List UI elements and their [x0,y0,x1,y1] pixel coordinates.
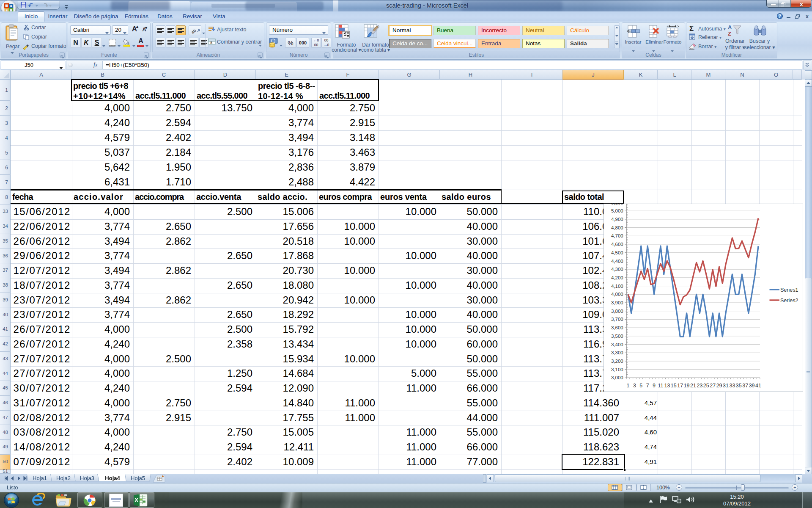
svg-text:ab: ab [190,28,197,35]
svg-text:11: 11 [658,383,664,389]
svg-text:A: A [728,24,732,30]
svg-text:Z: Z [728,30,731,37]
svg-text:3,800: 3,800 [611,308,623,313]
svg-text:X: X [134,497,139,503]
svg-text:3,700: 3,700 [611,317,623,322]
svg-text:1: 1 [627,383,630,389]
svg-text:5,100: 5,100 [611,204,623,205]
svg-text:37: 37 [743,383,749,389]
svg-text:9: 9 [653,383,656,389]
svg-text:4,400: 4,400 [611,258,623,263]
svg-text:19: 19 [684,383,690,389]
svg-text:17: 17 [678,383,683,389]
svg-text:4,800: 4,800 [611,225,623,230]
svg-text:3,900: 3,900 [611,300,623,305]
svg-text:3,500: 3,500 [611,333,623,338]
svg-text:3: 3 [633,383,636,389]
svg-text:7: 7 [646,383,649,389]
svg-text:35: 35 [736,383,742,389]
svg-text:4,200: 4,200 [611,275,623,280]
svg-text:4,700: 4,700 [611,233,623,238]
svg-text:3,200: 3,200 [611,359,623,364]
svg-text:4,900: 4,900 [611,216,623,221]
svg-text:27: 27 [710,383,716,389]
svg-text:3,300: 3,300 [611,350,623,355]
svg-text:4,600: 4,600 [611,242,623,247]
svg-text:21: 21 [690,383,696,389]
svg-text:4,300: 4,300 [611,267,623,272]
svg-text:4,000: 4,000 [611,292,623,297]
svg-text:41: 41 [755,383,761,389]
svg-text:3,400: 3,400 [611,342,623,347]
svg-text:5: 5 [640,383,643,389]
svg-text:3,100: 3,100 [611,367,623,372]
svg-text:33: 33 [730,383,735,389]
svg-text:3,600: 3,600 [611,325,623,330]
svg-text:39: 39 [749,383,755,389]
svg-text:31: 31 [723,383,729,389]
svg-text:Series1: Series1 [780,287,798,293]
svg-text:a: a [210,40,212,44]
svg-text:4,100: 4,100 [611,283,623,288]
svg-text:5,000: 5,000 [611,208,623,213]
svg-text:15: 15 [671,383,677,389]
svg-text:29: 29 [716,383,722,389]
svg-text:23: 23 [697,383,703,389]
svg-text:Series2: Series2 [780,297,798,303]
svg-text:3,000: 3,000 [611,375,623,380]
svg-text:13: 13 [664,383,670,389]
svg-text:25: 25 [703,383,709,389]
svg-text:4,500: 4,500 [611,250,623,255]
